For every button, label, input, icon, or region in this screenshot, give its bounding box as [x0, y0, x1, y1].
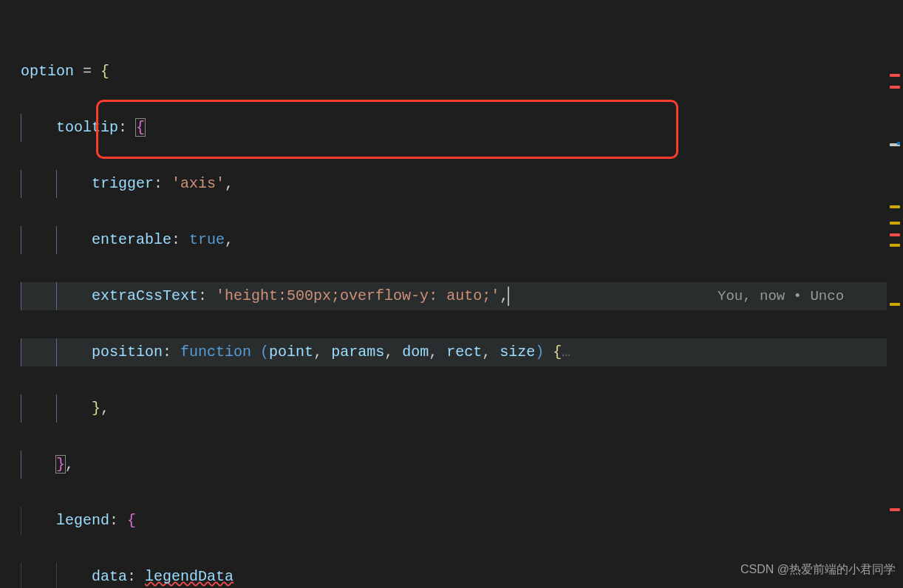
code-line[interactable]: enterable: true, [21, 226, 903, 254]
code-line[interactable]: option = { [21, 58, 903, 86]
variable-option: option [21, 63, 74, 80]
const-true: true [189, 231, 225, 248]
text-cursor [508, 287, 509, 306]
minimap-error-marker[interactable] [890, 233, 900, 236]
minimap-warning-marker[interactable] [890, 205, 900, 208]
minimap-warning-marker[interactable] [890, 244, 900, 247]
prop-enterable: enterable [92, 231, 171, 248]
prop-legend: legend [56, 512, 109, 529]
code-line[interactable]: }, [21, 451, 903, 479]
minimap-modified-marker[interactable] [897, 142, 900, 145]
prop-trigger: trigger [92, 175, 154, 192]
variable-legendData: legendData [145, 568, 234, 585]
prop-data: data [92, 568, 127, 585]
string-extraCss: 'height:500px;overflow-y: auto;' [216, 287, 500, 304]
minimap-error-marker[interactable] [890, 74, 900, 77]
fold-ellipsis-icon[interactable]: … [562, 343, 570, 360]
minimap[interactable] [887, 0, 903, 588]
code-line[interactable]: legend: { [21, 507, 903, 535]
code-line[interactable]: tooltip: { [21, 114, 903, 142]
git-blame-annotation: You, now • Unco [718, 282, 844, 310]
code-line-current[interactable]: extraCssText: 'height:500px;overflow-y: … [21, 282, 903, 310]
string-axis: 'axis' [171, 175, 225, 192]
code-line[interactable]: trigger: 'axis', [21, 170, 903, 198]
keyword-function: function [180, 343, 251, 360]
prop-extraCssText: extraCssText [92, 287, 198, 304]
minimap-error-marker[interactable] [890, 508, 900, 511]
code-line[interactable]: }, [21, 394, 903, 423]
prop-position: position [92, 343, 163, 360]
minimap-warning-marker[interactable] [890, 303, 900, 306]
code-line[interactable]: position: function (point, params, dom, … [21, 338, 903, 366]
minimap-warning-marker[interactable] [890, 222, 900, 225]
prop-tooltip: tooltip [56, 119, 118, 136]
code-editor[interactable]: option = { tooltip: { trigger: 'axis', e… [0, 0, 903, 588]
minimap-error-marker[interactable] [890, 86, 900, 89]
watermark-text: CSDN @热爱前端的小君同学 [740, 555, 896, 584]
